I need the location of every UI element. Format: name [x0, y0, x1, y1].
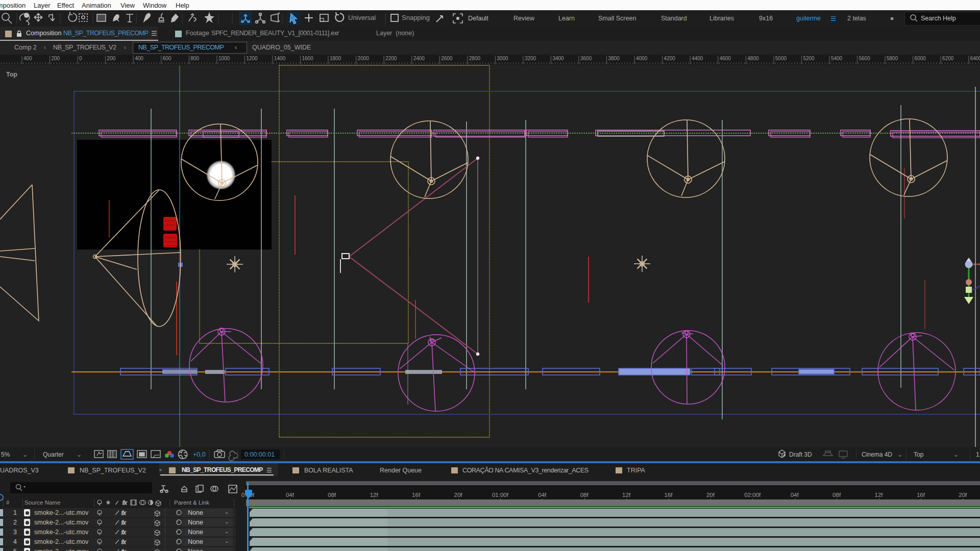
svg-text:5800: 5800	[887, 56, 898, 61]
svg-text:1800: 1800	[330, 56, 341, 61]
svg-text:4000: 4000	[636, 56, 648, 61]
svg-text:600: 600	[163, 56, 172, 61]
svg-text:fx: fx	[121, 548, 126, 551]
svg-text:3800: 3800	[608, 56, 620, 61]
svg-text:400: 400	[135, 56, 143, 61]
svg-text:+0,0: +0,0	[193, 451, 206, 458]
svg-text:3000: 3000	[497, 56, 508, 61]
svg-text:2400: 2400	[413, 56, 425, 61]
svg-text:2000: 2000	[358, 56, 370, 61]
svg-text:2600: 2600	[441, 56, 453, 61]
svg-text:fx: fx	[122, 499, 127, 506]
svg-text:1000: 1000	[218, 56, 230, 61]
svg-text:200: 200	[107, 56, 116, 61]
svg-text:1400: 1400	[274, 56, 286, 61]
svg-text:6400: 6400	[970, 56, 980, 61]
svg-text:0: 0	[79, 56, 82, 61]
svg-text:3200: 3200	[525, 56, 536, 61]
svg-text:6000: 6000	[915, 56, 926, 61]
svg-text:200: 200	[52, 56, 60, 61]
svg-text:2800: 2800	[469, 56, 481, 61]
svg-text:5200: 5200	[803, 56, 815, 61]
svg-text:fx: fx	[121, 529, 126, 535]
svg-text:5400: 5400	[831, 56, 843, 61]
svg-text:fx: fx	[121, 519, 126, 525]
svg-text:Snapping: Snapping	[402, 14, 430, 21]
svg-text:4800: 4800	[747, 56, 759, 61]
svg-text:3600: 3600	[580, 56, 592, 61]
svg-text:fx: fx	[121, 510, 126, 516]
svg-text:1200: 1200	[246, 56, 258, 61]
svg-text:400: 400	[23, 56, 32, 61]
svg-text:4400: 4400	[692, 56, 703, 61]
svg-text:4600: 4600	[720, 56, 731, 61]
svg-text:2200: 2200	[385, 56, 397, 61]
svg-text:5600: 5600	[859, 56, 871, 61]
svg-text:0:00:00:01: 0:00:00:01	[244, 451, 275, 458]
svg-text:3400: 3400	[552, 56, 564, 61]
svg-text:5000: 5000	[775, 56, 787, 61]
svg-text:Top: Top	[6, 71, 17, 78]
svg-text:1600: 1600	[302, 56, 314, 61]
svg-text:800: 800	[190, 56, 199, 61]
svg-text:4200: 4200	[664, 56, 676, 61]
svg-text:6200: 6200	[942, 56, 954, 61]
svg-text:fx: fx	[121, 539, 126, 545]
svg-text:Universal: Universal	[348, 14, 376, 21]
